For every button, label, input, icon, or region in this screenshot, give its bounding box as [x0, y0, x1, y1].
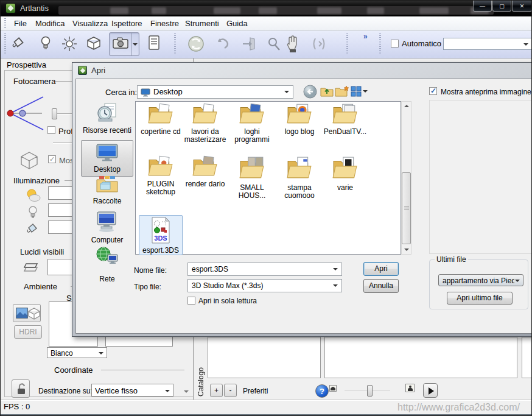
minimize-button[interactable]: — — [473, 1, 492, 12]
document-list-icon[interactable] — [149, 35, 159, 50]
cube-icon[interactable] — [86, 35, 102, 51]
dialog-title: Apri — [91, 66, 105, 75]
watermark: http://www.grafica2d3d.com/ — [397, 402, 520, 413]
maximize-button[interactable]: ▢ — [492, 1, 511, 12]
places-bar: Risorse recenti Desktop Raccolte Compute… — [81, 102, 133, 297]
camera-dropdown-arrow[interactable] — [133, 43, 138, 46]
automatico-checkbox[interactable] — [391, 40, 399, 48]
readonly-checkbox[interactable] — [187, 297, 195, 305]
play-button[interactable] — [423, 383, 438, 398]
catalog-panel-3[interactable] — [522, 337, 532, 378]
light-bulb-icon[interactable] — [39, 35, 52, 51]
file-item[interactable]: stampa cuomooo — [278, 155, 321, 200]
section-lucidi: Lucidi visibili — [20, 247, 64, 256]
folder-firefox-icon — [287, 103, 312, 125]
lock-button[interactable] — [12, 379, 30, 398]
place-raccolte[interactable]: Raccolte — [81, 174, 133, 205]
menu-file[interactable]: File — [14, 19, 27, 28]
nome-file-combobox[interactable]: esport.3DS — [187, 263, 342, 276]
apri-ultimo-file-button[interactable]: Apri ultimo file — [447, 292, 513, 305]
ultimi-file-title: Ultimi file — [435, 255, 468, 264]
scroll-down-arrow[interactable] — [404, 249, 409, 251]
menu-ispettore[interactable]: Ispettore — [111, 19, 142, 28]
place-risorse-recenti[interactable]: Risorse recenti — [81, 102, 133, 135]
lock-open-icon — [16, 383, 26, 395]
menu-guida[interactable]: Guida — [226, 19, 248, 28]
bianco-dropdown[interactable]: Bianco — [47, 347, 107, 358]
new-folder-icon[interactable] — [335, 85, 349, 97]
scrollbar-thumb[interactable] — [402, 172, 411, 244]
views-icon[interactable] — [351, 86, 362, 97]
file-item[interactable]: loghi programmi — [230, 103, 274, 144]
destinazione-dropdown[interactable]: Vertice fisso — [91, 384, 173, 397]
ultimi-file-dropdown[interactable]: appartamento via Piedigi — [438, 274, 523, 286]
paint-bucket-icon[interactable] — [10, 35, 26, 51]
catalogo-tab[interactable]: Catalogo — [197, 364, 206, 400]
help-button[interactable]: ? — [315, 384, 329, 398]
camera-angle-widget[interactable] — [5, 92, 48, 135]
cube-wireframe-icon — [19, 150, 40, 171]
close-button[interactable]: ✕ — [512, 1, 532, 12]
catalog-remove-button[interactable]: - — [224, 384, 237, 397]
views-dropdown-arrow[interactable] — [363, 90, 368, 93]
file-item[interactable]: PLUGIN sketchup — [139, 155, 183, 196]
image-icon — [16, 308, 28, 319]
scroll-up-arrow[interactable] — [404, 105, 409, 107]
cerca-combobox[interactable]: Desktop — [137, 85, 293, 99]
file-item[interactable]: varie — [323, 155, 367, 192]
menu-visualizza[interactable]: Visualizza — [72, 19, 108, 28]
layers-icon — [23, 261, 40, 273]
most-checkbox[interactable]: ✓ — [48, 155, 56, 163]
recent-places-icon — [96, 102, 118, 123]
hdri-button[interactable]: HDRI — [14, 325, 42, 339]
perspective-tab-title: Prospettiva — [7, 60, 46, 69]
artlantis-logo-icon — [5, 3, 16, 13]
catalog-add-button[interactable]: + — [210, 384, 223, 397]
toolbar-combobox[interactable] — [443, 38, 532, 50]
title-bar: Artlantis — ▢ ✕ — [1, 1, 532, 16]
camera-slider-thumb[interactable] — [52, 108, 57, 119]
file-item[interactable]: SMALL HOUS... — [230, 155, 274, 200]
annulla-button[interactable]: Annulla — [363, 279, 399, 293]
file-item[interactable]: PenDualTV... — [323, 103, 367, 136]
toolbar-separator — [379, 33, 381, 55]
folder-icon — [287, 155, 312, 181]
sun-icon[interactable] — [60, 35, 79, 52]
panel-scroll-down-arrow[interactable] — [184, 390, 189, 393]
menu-strumenti[interactable]: Strumenti — [185, 19, 219, 28]
preview-label: Mostra anteprima immagine — [441, 88, 531, 96]
file-item[interactable]: render dario — [183, 155, 227, 188]
rotate-icon[interactable] — [187, 34, 205, 54]
file-item[interactable]: lavori da masterizzare — [183, 103, 227, 144]
menu-finestre[interactable]: Finestre — [150, 19, 179, 28]
magnifier-icon[interactable] — [267, 37, 281, 52]
menubar-grip — [4, 18, 6, 29]
catalog-panel-2[interactable] — [324, 337, 517, 378]
hand-icon[interactable] — [284, 35, 300, 53]
prof-label: Prof — [58, 127, 73, 136]
file-item-selected[interactable]: 3DS esport.3DS — [139, 217, 182, 255]
catalog-panel-1[interactable] — [208, 337, 321, 378]
up-folder-icon[interactable] — [320, 85, 334, 97]
ambiente-image-button[interactable] — [13, 304, 41, 322]
file-list-scrollbar[interactable] — [401, 101, 411, 255]
apri-button[interactable]: Apri — [363, 262, 399, 276]
back-button-icon[interactable] — [303, 85, 317, 99]
undo-icon[interactable] — [215, 37, 229, 51]
file-item[interactable]: copertine cd — [139, 103, 183, 136]
camera-icon[interactable] — [113, 37, 128, 49]
bulb-small-icon — [27, 205, 38, 219]
place-computer[interactable]: Computer — [81, 211, 133, 244]
exit-icon[interactable] — [242, 37, 256, 51]
refresh-icon[interactable] — [311, 37, 327, 51]
prof-checkbox[interactable] — [47, 126, 55, 134]
tipo-file-combobox[interactable]: 3D Studio Max (*.3ds) — [187, 279, 342, 292]
menu-modifica[interactable]: Modifica — [35, 19, 65, 28]
catalog-slider-thumb[interactable] — [367, 385, 373, 397]
place-desktop[interactable]: Desktop — [81, 140, 133, 177]
toolbar-overflow-chevron[interactable]: » — [363, 32, 368, 41]
preview-checkbox[interactable]: ✓ — [429, 87, 437, 95]
place-rete[interactable]: Rete — [81, 246, 133, 283]
file-item[interactable]: logo blog — [278, 103, 321, 136]
folder-icon — [332, 155, 358, 181]
